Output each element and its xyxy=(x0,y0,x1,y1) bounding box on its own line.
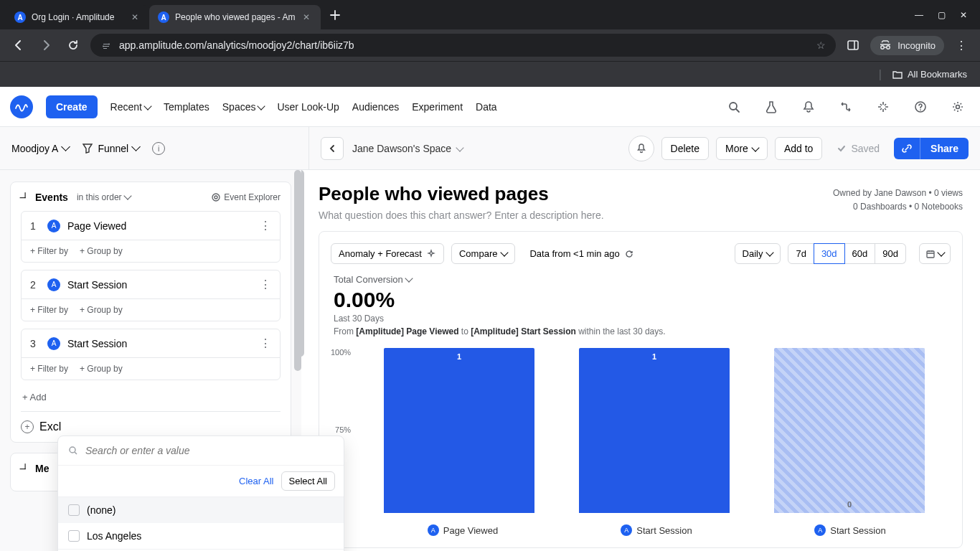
group-by-button[interactable]: + Group by xyxy=(80,305,123,315)
reload-icon[interactable] xyxy=(63,35,83,55)
exclude-steps-button[interactable]: + Excl xyxy=(21,411,281,433)
close-icon[interactable]: ✕ xyxy=(301,11,312,23)
nav-user-lookup[interactable]: User Look-Up xyxy=(277,101,339,113)
add-step-button[interactable]: + Add xyxy=(21,387,281,407)
more-button[interactable]: More xyxy=(716,137,768,160)
event-explorer-button[interactable]: Event Explorer xyxy=(211,192,281,202)
incognito-badge[interactable]: Incognito xyxy=(870,36,944,55)
back-button[interactable] xyxy=(321,137,344,160)
bookmark-star-icon[interactable]: ☆ xyxy=(816,39,826,51)
incognito-label: Incognito xyxy=(897,40,936,51)
svg-point-4 xyxy=(887,46,890,49)
back-icon[interactable] xyxy=(9,35,29,55)
filter-option-la[interactable]: Los Angeles xyxy=(58,523,344,549)
range-7d[interactable]: 7d xyxy=(788,243,814,264)
all-bookmarks-button[interactable]: All Bookmarks xyxy=(892,69,967,80)
panel-icon[interactable] xyxy=(843,35,863,55)
browser-tab-0[interactable]: A Org Login · Amplitude ✕ xyxy=(6,5,149,29)
site-settings-icon[interactable] xyxy=(100,39,112,51)
nav-spaces[interactable]: Spaces xyxy=(222,101,265,113)
clear-all-button[interactable]: Clear All xyxy=(239,476,273,486)
date-picker-button[interactable] xyxy=(919,243,951,264)
funnel-icon xyxy=(82,143,93,154)
measured-title: Me xyxy=(35,463,49,474)
funnel-chart: 100% 75% 1 1 0 xyxy=(331,348,951,513)
folder-icon xyxy=(892,69,903,80)
conversion-metric-selector[interactable]: Total Conversion xyxy=(334,274,951,285)
event-menu-icon[interactable]: ⋮ xyxy=(260,219,271,232)
compare-button[interactable]: Compare xyxy=(451,243,515,264)
new-tab-button[interactable] xyxy=(325,5,345,25)
scrollbar[interactable] xyxy=(294,170,301,371)
nav-audiences[interactable]: Audiences xyxy=(352,101,399,113)
sparkle-icon[interactable] xyxy=(871,95,895,119)
event-menu-icon[interactable]: ⋮ xyxy=(260,278,271,291)
group-by-button[interactable]: + Group by xyxy=(80,246,123,256)
order-selector[interactable]: in this order xyxy=(77,192,131,202)
filter-by-button[interactable]: + Filter by xyxy=(30,246,68,256)
tab-title: People who viewed pages - Am xyxy=(175,12,295,22)
delete-button[interactable]: Delete xyxy=(661,137,709,160)
app-top-nav: Create Recent Templates Spaces User Look… xyxy=(0,87,980,127)
collapse-icon[interactable] xyxy=(17,189,29,202)
event-menu-icon[interactable]: ⋮ xyxy=(260,336,271,350)
search-icon[interactable] xyxy=(722,95,746,119)
range-90d[interactable]: 90d xyxy=(875,243,906,264)
info-icon[interactable]: i xyxy=(152,142,165,155)
flow-icon[interactable] xyxy=(834,95,858,119)
svg-point-10 xyxy=(70,447,75,453)
event-name: Page Viewed xyxy=(67,220,253,232)
filter-search-input[interactable] xyxy=(85,445,334,456)
forward-icon[interactable] xyxy=(36,35,56,55)
svg-point-8 xyxy=(212,194,220,201)
checkbox[interactable] xyxy=(68,504,80,516)
add-to-button[interactable]: Add to xyxy=(775,137,822,160)
bar-column-2[interactable]: 1 xyxy=(579,348,730,513)
bar-column-1[interactable]: 1 xyxy=(384,348,534,513)
bell-icon[interactable] xyxy=(796,95,821,119)
chevron-down-icon xyxy=(145,101,151,113)
scrollbar[interactable] xyxy=(301,170,304,357)
range-30d[interactable]: 30d xyxy=(814,243,845,264)
anomaly-forecast-button[interactable]: Anomaly + Forecast xyxy=(331,243,444,264)
minimize-icon[interactable]: — xyxy=(915,10,923,20)
group-by-button[interactable]: + Group by xyxy=(80,364,123,374)
gear-icon[interactable] xyxy=(946,95,970,119)
select-all-button[interactable]: Select All xyxy=(281,471,335,491)
nav-templates[interactable]: Templates xyxy=(164,101,209,113)
event-row[interactable]: 3 A Start Session ⋮ xyxy=(22,329,280,357)
event-row[interactable]: 1 A Page Viewed ⋮ xyxy=(22,212,280,240)
chevron-down-icon xyxy=(938,248,944,259)
copy-link-button[interactable] xyxy=(894,138,920,159)
refresh-icon[interactable] xyxy=(624,249,634,259)
range-60d[interactable]: 60d xyxy=(845,243,876,264)
chart-type-selector[interactable]: Funnel xyxy=(82,143,139,154)
collapse-icon[interactable] xyxy=(17,461,29,474)
nav-experiment[interactable]: Experiment xyxy=(412,101,463,113)
sub-header-left: Moodjoy A Funnel i xyxy=(0,142,308,155)
filter-by-button[interactable]: + Filter by xyxy=(30,364,68,374)
nav-recent[interactable]: Recent xyxy=(110,101,151,113)
project-selector[interactable]: Moodjoy A xyxy=(11,143,69,154)
close-window-icon[interactable]: ✕ xyxy=(960,10,967,20)
amplitude-logo-icon[interactable] xyxy=(10,95,33,118)
share-button[interactable]: Share xyxy=(920,138,969,159)
create-button[interactable]: Create xyxy=(46,95,98,118)
filter-search-row xyxy=(58,436,344,466)
address-bar[interactable]: app.amplitude.com/analytics/moodjoy2/cha… xyxy=(90,34,836,57)
maximize-icon[interactable]: ▢ xyxy=(938,10,946,20)
bar-column-3[interactable]: 0 xyxy=(774,348,925,513)
browser-menu-icon[interactable]: ⋮ xyxy=(951,35,971,55)
filter-by-button[interactable]: + Filter by xyxy=(30,305,68,315)
subscribe-button[interactable] xyxy=(628,136,654,161)
nav-data[interactable]: Data xyxy=(476,101,497,113)
browser-tab-1[interactable]: A People who viewed pages - Am ✕ xyxy=(149,5,321,29)
lab-icon[interactable] xyxy=(759,95,783,119)
space-selector[interactable]: Jane Dawson's Space xyxy=(352,143,463,154)
event-row[interactable]: 2 A Start Session ⋮ xyxy=(22,270,280,298)
filter-option-none[interactable]: (none) xyxy=(58,497,344,523)
granularity-selector[interactable]: Daily xyxy=(735,243,781,264)
close-icon[interactable]: ✕ xyxy=(129,11,141,23)
checkbox[interactable] xyxy=(68,530,80,542)
help-icon[interactable] xyxy=(908,95,933,119)
